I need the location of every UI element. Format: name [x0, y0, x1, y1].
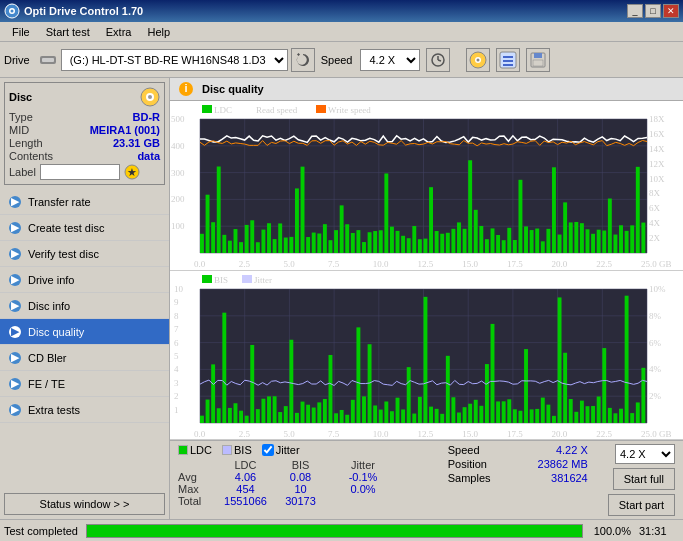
total-bis: 30173 [273, 495, 328, 507]
disc-info-label: Disc info [28, 300, 70, 312]
left-panel: Disc Type BD-R MID MEIRA1 (001) Length 2… [0, 78, 170, 519]
sidebar-item-create-test-disc[interactable]: ▶ Create test disc [0, 215, 169, 241]
samples-label: Samples [448, 472, 491, 484]
svg-text:▶: ▶ [11, 247, 20, 259]
total-label: Total [178, 495, 218, 507]
mid-value: MEIRA1 (001) [90, 124, 160, 136]
fe-te-label: FE / TE [28, 378, 65, 390]
menu-bar: File Start test Extra Help [0, 22, 683, 42]
disc-info-icon: ▶ [8, 299, 22, 313]
start-part-button[interactable]: Start part [608, 494, 675, 516]
right-panel: i Disc quality LDC [170, 78, 683, 519]
chart-header: i Disc quality [170, 78, 683, 101]
save-button[interactable] [526, 48, 550, 72]
disc-length-row: Length 23.31 GB [9, 137, 160, 149]
label-input[interactable] [40, 164, 120, 180]
sidebar-item-fe-te[interactable]: ▶ FE / TE [0, 371, 169, 397]
nav-items: ▶ Transfer rate ▶ Create test disc ▶ Ver… [0, 189, 169, 489]
disc-header: Disc [9, 87, 160, 107]
disc-art-icon [140, 87, 160, 107]
cd-bler-icon: ▶ [8, 351, 22, 365]
maximize-button[interactable]: □ [645, 4, 661, 18]
disc-contents-row: Contents data [9, 150, 160, 162]
progress-bar [86, 524, 583, 538]
bis-col-header: BIS [273, 459, 328, 471]
toolbar: Drive (G:) HL-DT-ST BD-RE WH16NS48 1.D3 … [0, 42, 683, 78]
label-key: Label [9, 166, 36, 178]
sidebar-item-transfer-rate[interactable]: ▶ Transfer rate [0, 189, 169, 215]
sidebar-item-extra-tests[interactable]: ▶ Extra tests [0, 397, 169, 423]
avg-jitter: -0.1% [328, 471, 398, 483]
svg-rect-12 [503, 56, 513, 58]
svg-text:▶: ▶ [11, 325, 20, 337]
menu-help[interactable]: Help [139, 24, 178, 40]
max-row: Max 454 10 0.0% [178, 483, 398, 495]
speed-stat-value: 4.22 X [556, 444, 588, 456]
svg-rect-17 [533, 60, 543, 66]
jitter-checkbox[interactable] [262, 444, 274, 456]
close-button[interactable]: ✕ [663, 4, 679, 18]
charts-area [170, 101, 683, 440]
svg-rect-4 [42, 58, 54, 62]
sidebar-item-verify-test-disc[interactable]: ▶ Verify test disc [0, 241, 169, 267]
menu-file[interactable]: File [4, 24, 38, 40]
sidebar-item-drive-info[interactable]: ▶ Drive info [0, 267, 169, 293]
speed-stat-label: Speed [448, 444, 480, 456]
transfer-rate-icon: ▶ [8, 195, 22, 209]
drive-refresh-button[interactable] [291, 48, 315, 72]
length-key: Length [9, 137, 43, 149]
cd-bler-label: CD Bler [28, 352, 67, 364]
svg-rect-14 [503, 64, 513, 66]
test-speed-select[interactable]: 4.2 X [615, 444, 675, 464]
elapsed-time: 31:31 [639, 525, 679, 537]
stats-header-row: LDC BIS Jitter [178, 459, 398, 471]
bis-legend-label: BIS [234, 444, 252, 456]
samples-row: Samples 381624 [448, 472, 588, 484]
avg-ldc: 4.06 [218, 471, 273, 483]
avg-bis: 0.08 [273, 471, 328, 483]
total-row: Total 1551066 30173 [178, 495, 398, 507]
title-bar: Opti Drive Control 1.70 _ □ ✕ [0, 0, 683, 22]
settings-button[interactable] [496, 48, 520, 72]
app-icon [4, 3, 20, 19]
total-ldc: 1551066 [218, 495, 273, 507]
max-label: Max [178, 483, 218, 495]
svg-text:▶: ▶ [11, 273, 20, 285]
sidebar-item-cd-bler[interactable]: ▶ CD Bler [0, 345, 169, 371]
type-key: Type [9, 111, 33, 123]
menu-extra[interactable]: Extra [98, 24, 140, 40]
sidebar-item-disc-quality[interactable]: ▶ Disc quality [0, 319, 169, 345]
auto-speed-button[interactable] [426, 48, 450, 72]
disc-mid-row: MID MEIRA1 (001) [9, 124, 160, 136]
status-window-button[interactable]: Status window > > [4, 493, 165, 515]
svg-rect-13 [503, 60, 513, 62]
speed-select[interactable]: 4.2 X [360, 49, 420, 71]
svg-point-2 [11, 10, 14, 13]
svg-text:▶: ▶ [11, 221, 20, 233]
drive-info-icon: ▶ [8, 273, 22, 287]
svg-text:▶: ▶ [11, 351, 20, 363]
jitter-col-header: Jitter [328, 459, 398, 471]
drive-select[interactable]: (G:) HL-DT-ST BD-RE WH16NS48 1.D3 [61, 49, 288, 71]
contents-value: data [137, 150, 160, 162]
disc-button[interactable] [466, 48, 490, 72]
disc-title: Disc [9, 91, 32, 103]
app-title: Opti Drive Control 1.70 [24, 5, 627, 17]
ldc-chart-container [170, 101, 683, 271]
mid-key: MID [9, 124, 29, 136]
sidebar-item-disc-info[interactable]: ▶ Disc info [0, 293, 169, 319]
stats-row: LDC BIS Jitter LDC B [170, 440, 683, 519]
verify-test-disc-label: Verify test disc [28, 248, 99, 260]
progress-fill [87, 525, 582, 537]
drive-label: Drive [4, 54, 30, 66]
menu-start-test[interactable]: Start test [38, 24, 98, 40]
jitter-legend: Jitter [262, 444, 300, 456]
disc-type-row: Type BD-R [9, 111, 160, 123]
speed-controls: 4.2 X Start full Start part [608, 444, 675, 516]
start-full-button[interactable]: Start full [613, 468, 675, 490]
avg-label: Avg [178, 471, 218, 483]
avg-row: Avg 4.06 0.08 -0.1% [178, 471, 398, 483]
extra-tests-icon: ▶ [8, 403, 22, 417]
bis-chart-container [170, 271, 683, 441]
minimize-button[interactable]: _ [627, 4, 643, 18]
